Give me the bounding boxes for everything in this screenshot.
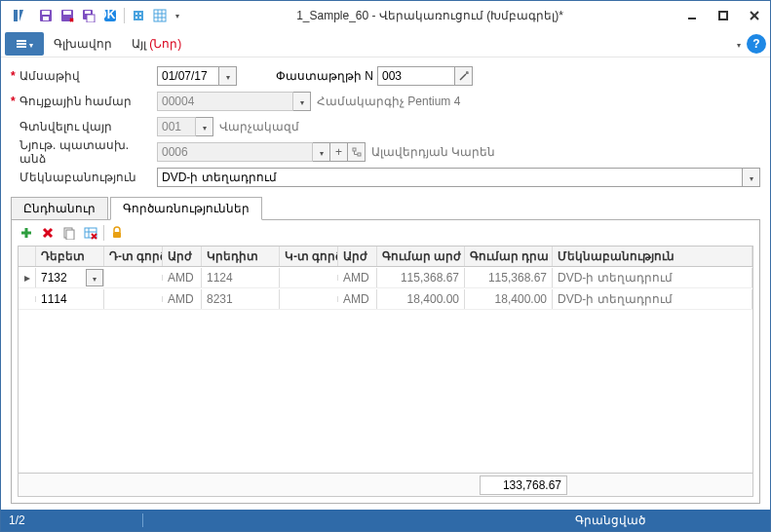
responsible-input[interactable]: 0006 [157, 142, 313, 162]
table-row[interactable]: 1114 AMD 8231 AMD 18,400.00 18,400.00 DV… [19, 288, 752, 310]
svg-rect-21 [719, 12, 727, 19]
asset-input[interactable]: 00004 [157, 92, 293, 111]
svg-rect-10 [134, 11, 143, 20]
statusbar: 1/2 Գրանցված [1, 510, 770, 531]
responsible-tree-icon[interactable] [348, 142, 366, 162]
location-description: Վարչակազմ [219, 120, 299, 133]
status-state: Գրանցված [260, 513, 762, 527]
grid-total: 133,768.67 [480, 475, 567, 495]
responsible-label: Նյութ. պատասխ. անձ [11, 138, 157, 166]
asset-description: Համակարգիչ Pentium 4 [317, 95, 460, 108]
svg-rect-11 [135, 13, 137, 15]
responsible-add-icon[interactable]: + [330, 142, 348, 162]
tab-operations[interactable]: Գործառնություններ [110, 197, 262, 220]
col-comment[interactable]: Մեկնաբանություն [553, 247, 752, 266]
grid-action-icon[interactable] [150, 6, 170, 25]
svg-rect-15 [154, 10, 166, 21]
col-sum2[interactable]: Գումար դրա [465, 247, 553, 266]
svg-rect-29 [358, 153, 361, 156]
col-kredit[interactable]: Կրեդիտ [202, 247, 280, 266]
grid-toolbar [12, 220, 759, 246]
lock-icon[interactable] [108, 224, 126, 242]
more-qat-icon[interactable] [172, 6, 183, 25]
col-arj2[interactable]: Արժ [338, 247, 377, 266]
svg-rect-35 [66, 230, 74, 240]
row-marker-icon: ▸ [19, 268, 36, 287]
menu-main[interactable]: Գլխավոր [44, 33, 122, 55]
comment-input[interactable]: DVD-ի տեղադրում [157, 168, 743, 187]
app-window: OK? 1_Sample_60 - Վերակառուցում (Խմբագրե… [0, 0, 771, 532]
svg-rect-2 [43, 17, 49, 20]
svg-rect-28 [353, 148, 356, 151]
comment-label: Մեկնաբանություն [11, 171, 157, 184]
menubar: Գլխավոր Այլ (Նոր) ? [1, 30, 770, 57]
close-button[interactable] [739, 2, 770, 29]
docnum-wand-icon[interactable] [455, 66, 473, 86]
grid-header: Դեբետ Դ-տ գործ Արժ Կրեդիտ Կ-տ գործ Արժ Գ… [19, 247, 752, 267]
asset-label: *Գույքային համար [11, 95, 157, 108]
svg-rect-7 [87, 15, 95, 22]
svg-rect-4 [63, 11, 71, 15]
window-title: 1_Sample_60 - Վերակառուցում (Խմբագրել)* [183, 9, 676, 22]
menu-other[interactable]: Այլ (Նոր) [122, 33, 191, 55]
tab-general[interactable]: Ընդհանուր [11, 197, 108, 220]
svg-rect-41 [113, 232, 121, 238]
location-input[interactable]: 001 [157, 117, 196, 136]
collapse-ribbon-icon[interactable] [737, 37, 741, 51]
save-close-icon[interactable] [58, 6, 77, 25]
date-input[interactable]: 01/07/17 [157, 66, 219, 86]
svg-rect-24 [17, 40, 26, 42]
svg-rect-1 [42, 11, 50, 15]
delete-row-icon[interactable] [39, 224, 57, 242]
add-row-icon[interactable] [18, 224, 35, 242]
copy-row-icon[interactable] [60, 224, 78, 242]
location-label: Գտնվելու վայր [11, 120, 157, 133]
memorial-action-icon[interactable] [129, 6, 148, 25]
delete-all-icon[interactable] [82, 224, 99, 242]
app-logo-icon [7, 4, 30, 27]
quick-access-toolbar: OK? [36, 6, 183, 25]
save-new-icon[interactable] [79, 6, 98, 25]
form-area: *Ամսաթիվ 01/07/17 Փաստաթղթի N 003 *Գույք… [1, 57, 770, 192]
operations-panel: Դեբետ Դ-տ գործ Արժ Կրեդիտ Կ-տ գործ Արժ Գ… [11, 220, 760, 504]
docnum-label: Փաստաթղթի N [276, 69, 373, 83]
asset-dropdown-icon[interactable] [293, 92, 311, 111]
operations-grid[interactable]: Դեբետ Դ-տ գործ Արժ Կրեդիտ Կ-տ գործ Արժ Գ… [18, 246, 753, 497]
maximize-button[interactable] [708, 2, 739, 29]
grid-body: ▸ 7132 AMD 1124 AMD 115,368.67 115,368.6… [19, 267, 752, 473]
svg-rect-12 [139, 13, 141, 15]
date-label: *Ամսաթիվ [11, 69, 157, 83]
location-dropdown-icon[interactable] [196, 117, 213, 136]
col-arj1[interactable]: Արժ [163, 247, 202, 266]
date-dropdown-icon[interactable] [219, 66, 237, 86]
docnum-input[interactable]: 003 [377, 66, 455, 86]
responsible-description: Ալավերդյան Կարեն [371, 145, 495, 159]
tabstrip: Ընդհանուր Գործառնություններ [11, 196, 760, 220]
cell-dropdown-icon[interactable] [86, 269, 103, 286]
save-icon[interactable] [36, 6, 56, 25]
svg-rect-14 [139, 17, 141, 19]
svg-rect-13 [135, 17, 137, 19]
minimize-button[interactable] [676, 2, 708, 29]
status-position: 1/2 [9, 513, 25, 527]
svg-point-27 [466, 72, 468, 74]
col-kt[interactable]: Կ-տ գործ [280, 247, 338, 266]
table-row[interactable]: ▸ 7132 AMD 1124 AMD 115,368.67 115,368.6… [19, 267, 752, 288]
grid-footer: 133,768.67 [19, 473, 752, 496]
svg-rect-25 [17, 43, 26, 45]
help-icon[interactable]: ? [747, 34, 766, 54]
col-dt[interactable]: Դ-տ գործ [104, 247, 163, 266]
titlebar: OK? 1_Sample_60 - Վերակառուցում (Խմբագրե… [1, 1, 770, 30]
comment-dropdown-icon[interactable] [743, 168, 760, 187]
col-debet[interactable]: Դեբետ [36, 247, 104, 266]
svg-rect-26 [17, 46, 26, 48]
responsible-dropdown-icon[interactable] [313, 142, 330, 162]
col-sum1[interactable]: Գումար արժ [377, 247, 465, 266]
ok-action-icon[interactable]: OK? [100, 6, 120, 25]
svg-rect-6 [85, 11, 91, 14]
svg-text:OK?: OK? [103, 9, 117, 21]
ribbon-tab-selector[interactable] [5, 32, 44, 56]
